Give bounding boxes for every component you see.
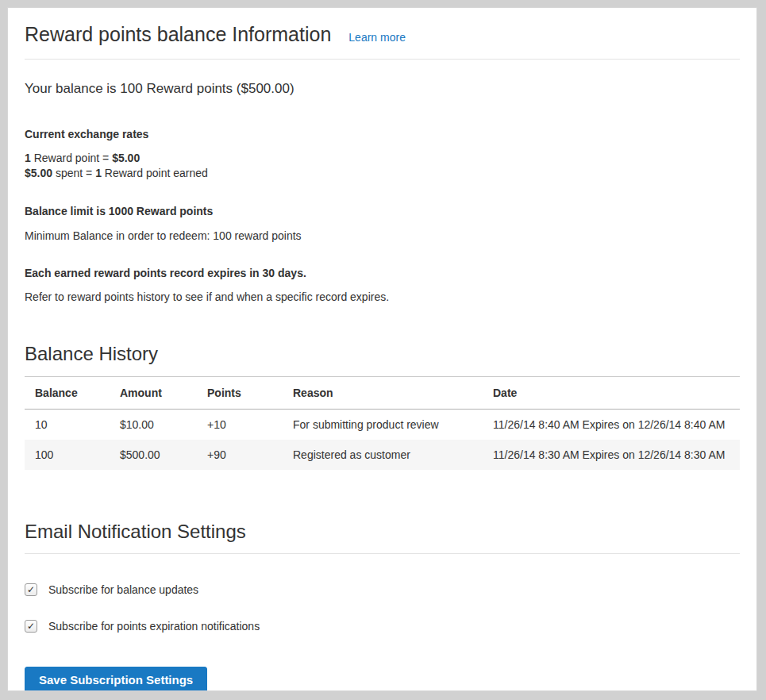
checkmark-icon: ✓ [27,585,35,594]
points-expiration-option[interactable]: ✓ Subscribe for points expiration notifi… [25,620,740,633]
table-row: 100 $500.00 +90 Registered as customer 1… [25,440,740,470]
cell-reason: Registered as customer [283,440,483,470]
column-header-balance: Balance [25,377,110,410]
page-header: Reward points balance Information Learn … [25,18,740,60]
cell-points: +10 [197,410,283,440]
exchange-rate-lines: 1 Reward point = $5.00 $5.00 spent = 1 R… [25,151,740,181]
column-header-date: Date [483,377,740,410]
column-header-points: Points [197,377,283,410]
exchange-rates-heading: Current exchange rates [25,128,740,140]
balance-updates-option[interactable]: ✓ Subscribe for balance updates [25,583,740,596]
balance-updates-label: Subscribe for balance updates [48,583,198,596]
save-subscription-settings-button[interactable]: Save Subscription Settings [25,667,207,691]
cell-amount: $500.00 [110,440,197,470]
learn-more-link[interactable]: Learn more [348,31,406,44]
page-title: Reward points balance Information [25,23,331,46]
balance-history-heading: Balance History [25,343,740,365]
email-notification-settings-heading: Email Notification Settings [25,521,740,554]
points-expiration-label: Subscribe for points expiration notifica… [48,620,260,633]
cell-amount: $10.00 [110,410,197,440]
cell-balance: 10 [25,410,110,440]
points-expiration-checkbox[interactable]: ✓ [25,620,37,633]
table-header-row: Balance Amount Points Reason Date [25,377,740,410]
balance-updates-checkbox[interactable]: ✓ [25,583,37,596]
table-row: 10 $10.00 +10 For submitting product rev… [25,410,740,440]
exchange-rate-line-1: 1 Reward point = $5.00 [25,151,740,166]
cell-date: 11/26/14 8:40 AM Expires on 12/26/14 8:4… [483,410,740,440]
cell-balance: 100 [25,440,110,470]
checkmark-icon: ✓ [27,621,35,631]
column-header-reason: Reason [283,377,483,410]
balance-summary: Your balance is 100 Reward points ($500.… [25,81,740,97]
cell-reason: For submitting product review [283,410,483,440]
column-header-amount: Amount [110,377,197,410]
balance-limit-heading: Balance limit is 1000 Reward points [25,205,740,217]
expiration-note: Refer to reward points history to see if… [25,290,740,303]
cell-points: +90 [197,440,283,470]
cell-date: 11/26/14 8:30 AM Expires on 12/26/14 8:3… [483,440,740,470]
minimum-balance-note: Minimum Balance in order to redeem: 100 … [25,229,740,242]
exchange-rate-line-2: $5.00 spent = 1 Reward point earned [25,166,740,181]
reward-points-card: Reward points balance Information Learn … [7,7,757,691]
balance-history-table: Balance Amount Points Reason Date 10 $10… [25,376,740,470]
expiration-heading: Each earned reward points record expires… [25,267,740,279]
